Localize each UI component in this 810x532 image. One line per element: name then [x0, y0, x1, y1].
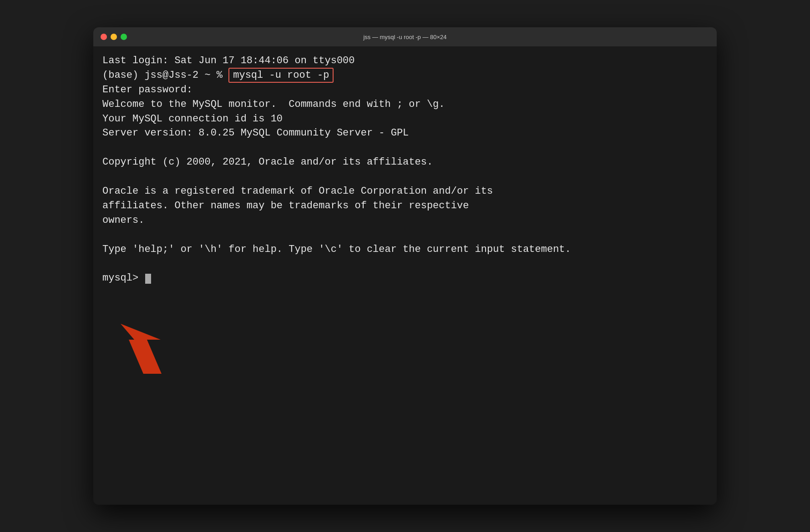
line-6: Server version: 8.0.25 MySQL Community S…: [102, 126, 708, 141]
svg-marker-0: [121, 324, 162, 374]
line-3: Enter password:: [102, 83, 708, 97]
line-15: [102, 256, 708, 271]
line-4: Welcome to the MySQL monitor. Commands e…: [102, 97, 708, 112]
line-8: Copyright (c) 2000, 2021, Oracle and/or …: [102, 155, 708, 170]
line-14: Type 'help;' or '\h' for help. Type '\c'…: [102, 242, 708, 257]
line-11: affiliates. Other names may be trademark…: [102, 199, 708, 213]
line-13: [102, 228, 708, 242]
titlebar: jss — mysql -u root -p — 80×24: [93, 27, 717, 46]
terminal-body[interactable]: Last login: Sat Jun 17 18:44:06 on ttys0…: [93, 46, 717, 505]
line-9: [102, 170, 708, 184]
close-button[interactable]: [101, 34, 107, 40]
line-16: mysql>: [102, 271, 708, 286]
traffic-lights: [101, 34, 127, 40]
cursor: [145, 274, 151, 284]
line-2: (base) jss@Jss-2 ~ % mysql -u root -p: [102, 68, 708, 83]
line-1: Last login: Sat Jun 17 18:44:06 on ttys0…: [102, 54, 708, 68]
window-title: jss — mysql -u root -p — 80×24: [363, 34, 446, 40]
line-7: [102, 141, 708, 155]
command-highlighted: mysql -u root -p: [228, 68, 334, 83]
terminal-window: jss — mysql -u root -p — 80×24 Last logi…: [93, 27, 717, 505]
maximize-button[interactable]: [121, 34, 127, 40]
line-5: Your MySQL connection id is 10: [102, 112, 708, 126]
line-12: owners.: [102, 213, 708, 228]
line-10: Oracle is a registered trademark of Orac…: [102, 184, 708, 199]
red-arrow: [107, 315, 207, 387]
minimize-button[interactable]: [111, 34, 117, 40]
